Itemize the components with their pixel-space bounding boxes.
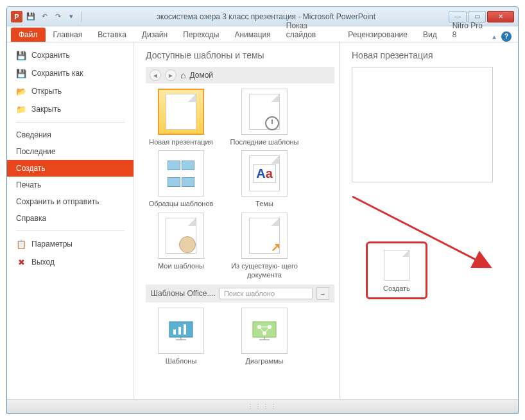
sidebar-item-label: Сведения [16,130,51,139]
sidebar-item-label: Последние [16,147,56,156]
sidebar-item-open[interactable]: 📂 Открыть [7,82,133,100]
sidebar-item-label: Сохранить и отправить [16,197,99,206]
tab-design[interactable]: Дизайн [134,28,175,42]
ribbon-minimize-icon[interactable]: ▴ [492,32,496,41]
ribbon-tabs: Файл Главная Вставка Дизайн Переходы Ани… [7,26,518,42]
sidebar-item-options[interactable]: 📋 Параметры [7,235,133,253]
charts-template-icon [158,308,204,354]
blank-presentation-icon [158,89,204,135]
sidebar-item-saveas[interactable]: 💾 Сохранить как [7,64,133,82]
template-nav-bar: ◄ ► ⌂ Домой [146,67,334,83]
template-blank[interactable]: Новая презентация [146,89,216,146]
template-label: Шаблоны [146,356,216,365]
document-icon [384,250,409,281]
template-samples[interactable]: Образцы шаблонов [146,150,216,208]
diagrams-template-icon [241,308,288,354]
sidebar-item-print[interactable]: Печать [7,177,133,193]
qat-dropdown-icon[interactable]: ▾ [65,11,77,22]
office-template-grid: Шаблоны Диаграммы [146,308,334,365]
sidebar-item-label: Открыть [31,87,62,96]
themes-icon: Aa [241,150,288,197]
nav-forward-button[interactable]: ► [165,69,176,81]
close-file-icon: 📁 [16,104,26,114]
sidebar-item-label: Параметры [31,240,73,249]
tab-slideshow[interactable]: Показ слайдов [279,19,340,42]
svg-rect-2 [178,327,181,335]
template-charts[interactable]: Шаблоны [146,308,216,365]
template-label: Темы [229,199,300,208]
sidebar-item-label: Выход [31,258,55,267]
home-icon[interactable]: ⌂ [180,70,185,80]
backstage-sidebar: 💾 Сохранить 💾 Сохранить как 📂 Открыть 📁 … [7,42,134,399]
svg-rect-1 [173,329,176,335]
template-recent[interactable]: Последние шаблоны [229,89,300,146]
save-icon: 💾 [16,50,26,60]
quick-access-toolbar: 💾 ↶ ↷ ▾ [25,11,83,22]
sidebar-item-share[interactable]: Сохранить и отправить [7,193,133,210]
create-label: Создать [383,284,410,292]
template-search-input[interactable]: Поиск шаблоно [219,288,313,299]
template-grid: Новая презентация Последние шаблоны [146,89,334,279]
sidebar-item-new[interactable]: Создать [7,160,133,177]
breadcrumb-home[interactable]: Домой [189,71,213,80]
preview-thumbnail [352,67,493,182]
sidebar-item-label: Сохранить как [31,69,83,78]
title-bar[interactable]: P 💾 ↶ ↷ ▾ экосистема озера 3 класс презе… [7,7,518,26]
save-icon[interactable]: 💾 [25,11,37,22]
tab-file[interactable]: Файл [11,28,46,42]
sidebar-item-info[interactable]: Сведения [7,127,133,143]
search-go-button[interactable]: → [316,287,329,300]
options-icon: 📋 [16,239,26,249]
template-diagrams[interactable]: Диаграммы [229,308,300,365]
backstage-view: 💾 Сохранить 💾 Сохранить как 📂 Открыть 📁 … [7,42,518,399]
tab-review[interactable]: Рецензирование [340,28,415,42]
saveas-icon: 💾 [16,68,26,78]
sidebar-item-label: Печать [16,180,41,189]
tab-animation[interactable]: Анимация [227,28,278,42]
tab-insert[interactable]: Вставка [90,28,134,42]
template-label: Последние шаблоны [229,137,300,146]
sidebar-item-recent[interactable]: Последние [7,143,133,160]
resize-grip-icon[interactable]: ⋮⋮⋮⋮ [247,403,278,410]
sidebar-item-label: Создать [16,164,46,173]
template-existing[interactable]: ↗ Из существую- щего документа [229,213,300,280]
open-folder-icon: 📂 [16,86,26,96]
section-label: Шаблоны Office.... [151,289,216,298]
powerpoint-logo-icon: P [11,11,22,22]
preview-heading: Новая презентация [352,50,506,60]
template-label: Мои шаблоны [146,261,216,270]
templates-panel[interactable]: Доступные шаблоны и темы ◄ ► ⌂ Домой Нов… [134,42,340,399]
svg-rect-3 [184,324,186,335]
tab-transitions[interactable]: Переходы [175,28,227,42]
exit-icon: ✖ [16,257,26,267]
tab-view[interactable]: Вид [415,28,445,42]
backstage-main: Доступные шаблоны и темы ◄ ► ⌂ Домой Нов… [134,42,518,399]
office-templates-section: Шаблоны Office.... Поиск шаблоно → [146,284,334,302]
template-label: Диаграммы [229,356,300,365]
sidebar-item-label: Закрыть [31,105,61,114]
sample-templates-icon [158,150,204,197]
sidebar-item-save[interactable]: 💾 Сохранить [7,46,133,64]
nav-back-button[interactable]: ◄ [150,69,161,81]
from-existing-icon: ↗ [241,213,288,259]
preview-panel: Новая презентация Создать [340,42,518,399]
help-icon[interactable]: ? [501,31,512,42]
template-my[interactable]: Мои шаблоны [146,213,216,280]
create-button[interactable]: Создать [383,250,410,292]
redo-icon[interactable]: ↷ [52,11,64,22]
sidebar-item-help[interactable]: Справка [7,210,133,227]
recent-templates-icon [241,89,288,135]
sidebar-item-label: Справка [16,214,46,223]
powerpoint-window: P 💾 ↶ ↷ ▾ экосистема озера 3 класс презе… [6,6,519,414]
window-title: экосистема озера 3 класс презентация - M… [83,12,449,21]
sidebar-item-exit[interactable]: ✖ Выход [7,253,133,271]
create-button-highlight: Создать [366,241,427,299]
tab-home[interactable]: Главная [46,28,90,42]
template-label: Образцы шаблонов [146,199,216,208]
template-label: Новая презентация [146,137,216,146]
template-themes[interactable]: Aa Темы [229,150,300,208]
sidebar-item-close[interactable]: 📁 Закрыть [7,100,133,118]
templates-heading: Доступные шаблоны и темы [146,50,334,60]
tab-nitro[interactable]: Nitro Pro 8 [445,19,492,42]
undo-icon[interactable]: ↶ [39,11,50,22]
